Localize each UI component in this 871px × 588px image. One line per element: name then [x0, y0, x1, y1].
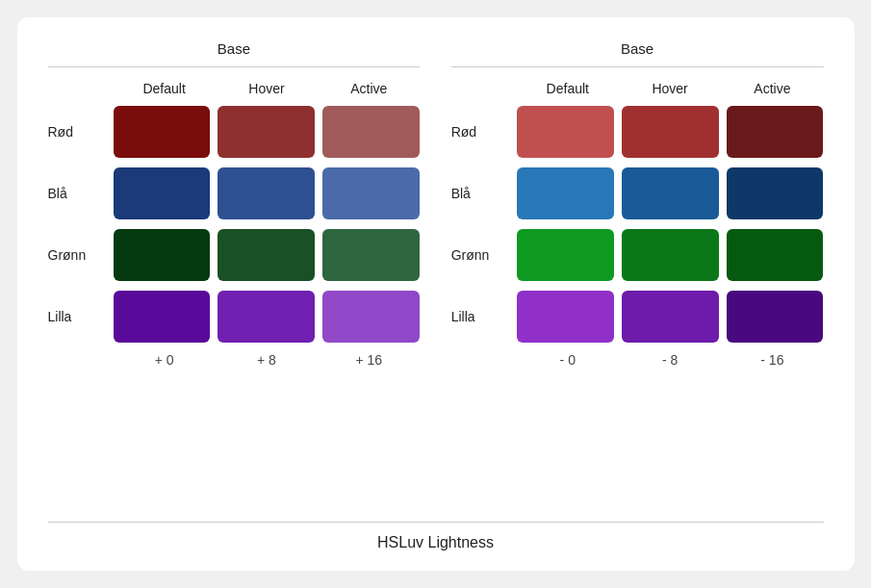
right-label-bla: Blå: [451, 186, 517, 201]
right-col-hover: Hover: [619, 81, 721, 96]
right-swatch-rod-default: [517, 106, 614, 158]
right-swatches-lilla: [517, 291, 824, 343]
right-label-gronn: Grønn: [451, 247, 517, 263]
right-row-lilla: Lilla: [451, 291, 824, 343]
right-swatch-rod-active: [727, 106, 824, 158]
left-col-headers: Default Hover Active: [48, 81, 421, 96]
left-col-active: Active: [318, 81, 420, 96]
right-label-lilla: Lilla: [451, 309, 517, 324]
left-swatch-bla-active: [322, 167, 420, 219]
right-row-rod: Rød: [451, 106, 824, 158]
footer-title: HSLuv Lightness: [377, 534, 494, 551]
left-row-gronn: Grønn: [48, 229, 421, 281]
left-row-rod: Rød: [48, 106, 421, 158]
right-col-active: Active: [721, 81, 823, 96]
right-delta-0: - 0: [517, 352, 619, 368]
right-swatch-lilla-active: [727, 291, 824, 343]
right-swatch-bla-hover: [622, 167, 719, 219]
left-swatch-bla-default: [114, 167, 211, 219]
left-col-default: Default: [114, 81, 216, 96]
left-swatches-lilla: [114, 291, 421, 343]
left-swatch-rod-default: [114, 106, 211, 158]
left-panel-divider: [48, 66, 421, 67]
left-swatch-bla-hover: [218, 167, 315, 219]
panels-row: Base Default Hover Active Rød: [48, 40, 824, 506]
right-swatch-lilla-hover: [622, 291, 719, 343]
left-swatch-lilla-default: [114, 291, 211, 343]
right-swatch-lilla-default: [517, 291, 614, 343]
left-swatches-bla: [114, 167, 421, 219]
left-col-hover: Hover: [216, 81, 318, 96]
left-swatch-gronn-active: [322, 229, 420, 281]
left-delta-8: + 8: [216, 352, 318, 368]
right-swatch-bla-active: [727, 167, 824, 219]
left-panel-title: Base: [218, 40, 250, 57]
right-label-rod: Rød: [451, 124, 517, 140]
right-col-default: Default: [517, 81, 619, 96]
bottom-divider: [48, 522, 824, 523]
right-swatch-bla-default: [517, 167, 614, 219]
left-label-gronn: Grønn: [48, 247, 114, 263]
left-delta-16: + 16: [318, 352, 420, 368]
right-delta-8: - 8: [619, 352, 721, 368]
left-swatch-lilla-active: [322, 291, 420, 343]
right-panel-divider: [451, 66, 824, 67]
left-row-lilla: Lilla: [48, 291, 421, 343]
right-swatch-gronn-default: [517, 229, 614, 281]
left-delta-row: + 0 + 8 + 16: [48, 352, 421, 368]
left-swatches-gronn: [114, 229, 421, 281]
right-swatch-rod-hover: [622, 106, 719, 158]
right-panel: Base Default Hover Active Rød: [451, 40, 824, 506]
left-swatch-gronn-default: [114, 229, 211, 281]
right-swatch-gronn-hover: [622, 229, 719, 281]
left-swatch-gronn-hover: [218, 229, 315, 281]
right-row-gronn: Grønn: [451, 229, 824, 281]
right-delta-16: - 16: [721, 352, 823, 368]
left-swatches-rod: [114, 106, 421, 158]
right-swatches-rod: [517, 106, 824, 158]
main-card: Base Default Hover Active Rød: [17, 17, 855, 571]
left-delta-0: + 0: [114, 352, 216, 368]
right-delta-row: - 0 - 8 - 16: [451, 352, 824, 368]
left-label-rod: Rød: [48, 124, 114, 140]
right-panel-title: Base: [621, 40, 653, 57]
left-swatch-lilla-hover: [218, 291, 315, 343]
right-swatch-gronn-active: [727, 229, 824, 281]
left-color-rows: Rød Blå: [48, 106, 421, 343]
left-label-bla: Blå: [48, 186, 114, 201]
right-row-bla: Blå: [451, 167, 824, 219]
left-row-bla: Blå: [48, 167, 421, 219]
right-col-headers: Default Hover Active: [451, 81, 824, 96]
right-color-rows: Rød Blå: [451, 106, 824, 343]
left-panel: Base Default Hover Active Rød: [48, 40, 421, 506]
right-swatches-gronn: [517, 229, 824, 281]
left-label-lilla: Lilla: [48, 309, 114, 324]
right-swatches-bla: [517, 167, 824, 219]
left-swatch-rod-hover: [218, 106, 315, 158]
left-swatch-rod-active: [322, 106, 420, 158]
